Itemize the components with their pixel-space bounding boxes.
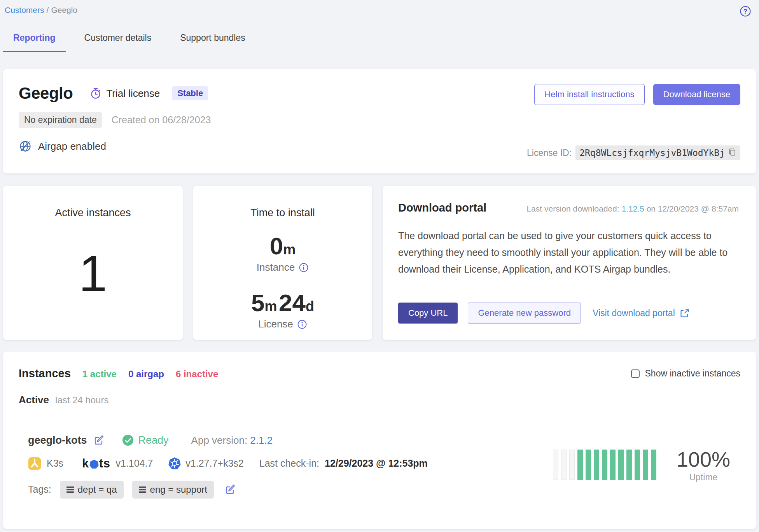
show-inactive-checkbox[interactable] — [631, 369, 640, 378]
download-license-button[interactable]: Download license — [653, 84, 740, 105]
license-id-pill: 2Rq8WLcsjfxqrMysjvB1WodYkBj — [575, 145, 740, 160]
kubernetes-version: v1.27.7+k3s2 — [168, 457, 243, 470]
airgap-count[interactable]: 0 airgap — [128, 369, 164, 380]
uptime-bar-filled — [618, 450, 624, 480]
app-version-link[interactable]: 2.1.2 — [250, 434, 273, 446]
download-portal-card: Download portal Last version downloaded:… — [383, 186, 756, 340]
uptime-bar-filled — [635, 450, 640, 480]
download-portal-description: The download portal can be used to give … — [398, 228, 739, 278]
active-instances-title: Active instances — [55, 207, 131, 219]
tag-rows-icon — [139, 486, 146, 493]
kots-version: kts v1.104.7 — [82, 457, 153, 471]
external-link-icon — [680, 308, 690, 318]
kubernetes-version-value: v1.27.7+k3s2 — [185, 458, 243, 469]
uptime-bars — [553, 450, 656, 480]
uptime-block: 100% Uptime — [553, 447, 730, 483]
license-install-label: License — [258, 318, 307, 330]
created-date: Created on 06/28/2023 — [112, 114, 211, 126]
breadcrumb-current: Geeglo — [51, 5, 77, 14]
show-inactive-toggle[interactable]: Show inactive instances — [631, 368, 740, 379]
show-inactive-label: Show inactive instances — [645, 368, 740, 379]
license-id-label: License ID: — [527, 148, 572, 158]
uptime-percentage: 100% — [677, 447, 730, 471]
tag-pill: eng = support — [132, 481, 214, 499]
download-portal-title: Download portal — [398, 201, 486, 214]
visit-download-portal-link[interactable]: Visit download portal — [593, 308, 690, 318]
tag-rows-icon — [66, 486, 74, 493]
helm-install-instructions-button[interactable]: Helm install instructions — [534, 84, 644, 105]
instance-install-label: Instance — [257, 261, 309, 273]
tag-label: eng = support — [150, 484, 207, 495]
airgap-globe-icon — [19, 140, 32, 153]
uptime-bar-empty — [553, 450, 558, 480]
generate-new-password-button[interactable]: Generate new password — [468, 303, 581, 324]
instance-name: geeglo-kots — [28, 434, 87, 446]
copy-license-icon[interactable] — [728, 147, 736, 158]
copy-url-button[interactable]: Copy URL — [398, 303, 458, 324]
help-icon[interactable]: ? — [740, 5, 751, 17]
time-to-install-card: Time to install 0m Instance 5m 24d Licen… — [193, 186, 372, 340]
tab-reporting[interactable]: Reporting — [3, 33, 66, 52]
uptime-bar-filled — [602, 450, 607, 480]
license-id-value: 2Rq8WLcsjfxqrMysjvB1WodYkBj — [579, 148, 725, 158]
distribution-label: K3s — [47, 458, 63, 469]
tags-label: Tags: — [28, 484, 51, 495]
status-badge: Ready — [122, 434, 169, 446]
active-count[interactable]: 1 active — [82, 369, 117, 380]
svg-text:?: ? — [743, 8, 747, 15]
active-section-label: Active — [19, 394, 49, 406]
customer-summary: Geeglo Trial license Stable No expiratio… — [19, 84, 211, 160]
distribution: K3s — [28, 457, 63, 470]
active-instances-card: Active instances 1 — [3, 186, 183, 340]
expiration-badge: No expiration date — [19, 112, 102, 128]
instances-title: Instances — [19, 367, 71, 380]
tab-support-bundles[interactable]: Support bundles — [170, 33, 255, 52]
breadcrumb: Customers/Geeglo — [5, 5, 77, 15]
license-type-label: Trial license — [106, 88, 160, 100]
uptime-bar-filled — [626, 450, 632, 480]
kubernetes-icon — [168, 457, 181, 470]
inactive-count[interactable]: 6 inactive — [176, 369, 218, 380]
last-checkin-label: Last check-in: — [259, 458, 319, 469]
kots-version-value: v1.104.7 — [115, 458, 153, 469]
license-install-time: 5m 24d — [251, 289, 314, 317]
k3s-icon — [28, 457, 41, 470]
uptime-bar-filled — [651, 450, 656, 480]
info-icon[interactable] — [297, 319, 307, 329]
instance-row: geeglo-kots Ready App version: 2.1.2 K3s — [19, 418, 740, 513]
uptime-bar-empty — [561, 450, 567, 480]
check-circle-icon — [122, 434, 134, 446]
edit-instance-name-icon[interactable] — [93, 434, 105, 446]
customer-name: Geeglo — [19, 84, 73, 103]
channel-badge: Stable — [172, 86, 208, 100]
app-version: App version: 2.1.2 — [191, 434, 273, 446]
active-section-sublabel: last 24 hours — [55, 395, 108, 406]
instance-install-time: 0m — [270, 232, 296, 260]
edit-tags-icon[interactable] — [225, 484, 236, 495]
uptime-bar-filled — [577, 450, 583, 480]
kots-logo: kts — [82, 457, 110, 471]
last-version-downloaded: Last version downloaded: 1.12.5 on 12/20… — [526, 204, 739, 214]
breadcrumb-separator: / — [44, 5, 51, 14]
uptime-bar-filled — [586, 450, 591, 480]
license-type: Trial license — [90, 87, 160, 100]
tab-bar: Reporting Customer details Support bundl… — [0, 33, 759, 52]
uptime-bar-filled — [643, 450, 648, 480]
time-to-install-title: Time to install — [250, 207, 315, 219]
info-icon[interactable] — [299, 262, 309, 273]
breadcrumb-customers-link[interactable]: Customers — [5, 5, 44, 14]
stopwatch-icon — [90, 87, 101, 100]
customer-header-card: Geeglo Trial license Stable No expiratio… — [3, 69, 756, 173]
uptime-bar-empty — [569, 450, 575, 480]
tab-customer-details[interactable]: Customer details — [74, 33, 162, 52]
last-version-number[interactable]: 1.12.5 — [621, 204, 644, 213]
top-bar: Customers/Geeglo ? — [0, 0, 759, 17]
uptime-bar-filled — [594, 450, 599, 480]
uptime-bar-filled — [610, 450, 616, 480]
airgap-enabled-label: Airgap enabled — [38, 140, 106, 152]
main-content: Geeglo Trial license Stable No expiratio… — [0, 69, 759, 529]
last-checkin-value: 12/29/2023 @ 12:53pm — [325, 458, 428, 469]
tag-pill: dept = qa — [60, 481, 124, 499]
uptime-label: Uptime — [677, 472, 730, 483]
status-label: Ready — [138, 434, 169, 446]
